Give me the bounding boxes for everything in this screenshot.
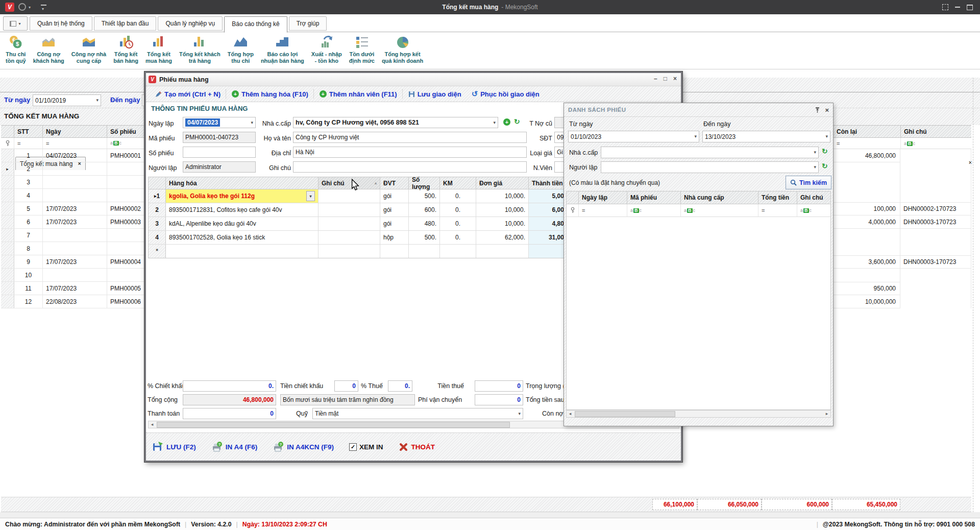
- table-row[interactable]: 8: [1, 242, 144, 255]
- table-row[interactable]: ▸2: [1, 162, 144, 176]
- tab-thiet-lap-ban-dau[interactable]: Thiết lập ban đầu: [94, 16, 157, 31]
- cell-dropdown-icon[interactable]: ▾: [306, 191, 315, 201]
- panel-nguoi-lap-combo[interactable]: ▾: [601, 161, 819, 173]
- tab-bao-cao-thong-ke[interactable]: Báo cáo thống kê: [224, 16, 287, 33]
- table-row[interactable]: 517/07/2023PMH00002: [1, 202, 144, 215]
- tab-tro-giup[interactable]: Trợ giúp: [289, 16, 327, 31]
- ghi-chu-cell[interactable]: DHN00003-170723: [900, 255, 971, 269]
- table-row[interactable]: 104/07/2023PMH00001: [1, 149, 144, 162]
- chevron-down-icon[interactable]: ▾: [812, 150, 816, 155]
- col-ngay-lap[interactable]: Ngày lập: [579, 191, 627, 204]
- dialog-maximize-icon[interactable]: □: [664, 75, 667, 82]
- table-row[interactable]: 617/07/2023PMH00003: [1, 215, 144, 229]
- col-ma-phieu[interactable]: Mã phiếu: [627, 191, 681, 204]
- checkbox-checked-icon[interactable]: ✓: [349, 443, 357, 451]
- print-a4-button[interactable]: ? IN A4 (F6): [211, 441, 258, 452]
- table-row[interactable]: 1222/08/2023PMH00006: [1, 295, 144, 308]
- filter-cell[interactable]: =: [579, 204, 627, 216]
- from-date-input[interactable]: 01/10/2019 ▾: [33, 94, 101, 106]
- application-menu-button[interactable]: ▾: [3, 16, 28, 31]
- chevron-down-icon[interactable]: ▾: [517, 412, 521, 416]
- table-row[interactable]: 1117/07/2023PMH00005: [1, 282, 144, 295]
- scroll-thumb[interactable]: [575, 411, 675, 417]
- panel-grid-body[interactable]: [567, 217, 830, 409]
- ngay-filter-cell[interactable]: =: [43, 138, 107, 149]
- dialog-close-icon[interactable]: ×: [673, 75, 677, 82]
- col-ngay[interactable]: Ngày: [43, 126, 107, 137]
- ribbon-tong-hop-ket-qua-kinh-doanh[interactable]: Tổng hợp kết quả kinh doanh: [378, 32, 427, 67]
- ribbon-tong-ket-khach-tra-hang[interactable]: Tổng kết khách trả hàng: [176, 32, 224, 67]
- ribbon-cong-no-khach-hang[interactable]: Công nợ khách hàng: [30, 32, 68, 67]
- ribbon-xuat-nhap-ton-kho[interactable]: Xuất - nhập - tồn kho: [308, 32, 346, 67]
- ghi-chu-input[interactable]: [293, 161, 527, 173]
- ribbon-tong-ket-ban-hang[interactable]: Tổng kết bán hàng: [110, 32, 142, 67]
- chevron-down-icon[interactable]: ▾: [812, 165, 816, 170]
- filter-cell[interactable]: aBc: [797, 204, 830, 216]
- panel-from-input[interactable]: 01/10/2023▾: [568, 131, 699, 142]
- ribbon-thu-chi-ton-quy[interactable]: €$ Thu chi tồn quỹ: [2, 32, 30, 67]
- maximize-button[interactable]: [964, 3, 976, 12]
- filter-cell[interactable]: =: [758, 204, 797, 216]
- tien-thue-input[interactable]: 0: [475, 380, 523, 392]
- chevron-down-icon[interactable]: ▾: [492, 121, 496, 125]
- exit-button[interactable]: THOÁT: [399, 442, 435, 452]
- ribbon-ton-duoi-dinh-muc[interactable]: Tồn dưới định mức: [346, 32, 378, 67]
- add-supplier-icon[interactable]: +: [503, 118, 510, 126]
- col-ghi-chu[interactable]: Ghi chú▴: [318, 177, 380, 189]
- con-lai-cell[interactable]: 4,000,000: [833, 215, 900, 229]
- table-row[interactable]: 3: [1, 176, 144, 189]
- con-lai-cell[interactable]: 100,000: [833, 202, 900, 215]
- minimize-button[interactable]: [951, 3, 964, 12]
- nha-cc-combo[interactable]: hv, Công ty CP Hương việt, 0956 898 521 …: [293, 117, 498, 128]
- table-row[interactable]: 10: [1, 269, 144, 282]
- chevron-down-icon[interactable]: ▾: [824, 134, 828, 139]
- col-dvt[interactable]: ĐVT: [380, 177, 409, 189]
- table-row[interactable]: 7: [1, 229, 144, 242]
- dialog-minimize-icon[interactable]: –: [654, 75, 657, 82]
- scroll-left-icon[interactable]: ◂: [149, 422, 156, 427]
- scroll-right-icon[interactable]: ▸: [823, 412, 830, 416]
- save-layout-button[interactable]: Lưu giao diện: [403, 90, 467, 98]
- restore-layout-button[interactable]: ↺ Phục hồi giao diện: [467, 89, 545, 99]
- preview-checkbox-group[interactable]: ✓ XEM IN: [349, 443, 383, 451]
- ghi-chu-cell[interactable]: DHN00002-170723: [900, 202, 971, 215]
- save-button[interactable]: LƯU (F2): [152, 441, 196, 452]
- pin-icon[interactable]: [815, 107, 820, 113]
- col-km[interactable]: KM: [440, 177, 476, 189]
- chiet-khau-input[interactable]: 0.: [183, 380, 276, 392]
- con-lai-cell[interactable]: 10,000,000: [833, 295, 900, 308]
- refresh-icon[interactable]: ↻: [822, 162, 828, 170]
- search-button[interactable]: Tìm kiếm: [786, 176, 831, 189]
- con-lai-cell[interactable]: 950,000: [833, 282, 900, 295]
- filter-cell[interactable]: aBc: [627, 204, 681, 216]
- scroll-left-icon[interactable]: ◂: [567, 412, 574, 416]
- ribbon-tong-ket-mua-hang[interactable]: Tổng kết mua hàng: [142, 32, 176, 67]
- col-ghi-chu[interactable]: Ghi chú: [901, 126, 971, 137]
- quy-combo[interactable]: Tiền mặt▾: [312, 408, 523, 419]
- new-button[interactable]: Tạo mới (Ctrl + N): [150, 90, 226, 98]
- col-stt[interactable]: STT: [14, 126, 43, 137]
- ribbon-tong-hop-thu-chi[interactable]: Tổng hợp thu chi: [224, 32, 257, 67]
- con-lai-cell[interactable]: 3,600,000: [833, 255, 900, 269]
- panel-ncc-combo[interactable]: ▾: [601, 147, 819, 158]
- con-lai-filter-cell[interactable]: =: [834, 138, 901, 149]
- col-tong-tien[interactable]: Tổng tiền: [758, 191, 797, 204]
- ribbon-bao-cao-loi-nhuan[interactable]: Báo cáo lợi nhuận bán hàng: [257, 32, 308, 67]
- col-con-lai[interactable]: Còn lại: [834, 126, 901, 137]
- tab-quan-tri-he-thong[interactable]: Quản trị hệ thống: [30, 16, 92, 31]
- fullscreen-button[interactable]: [939, 3, 951, 12]
- tab-quan-ly-nghiep-vu[interactable]: Quản lý nghiệp vụ: [158, 16, 223, 31]
- thue-input[interactable]: 0.: [388, 380, 412, 392]
- chevron-down-icon[interactable]: ▾: [94, 98, 99, 103]
- dia-chi-input[interactable]: Hà Nội: [293, 147, 527, 158]
- ho-ten-input[interactable]: Công ty CP Hương việt: [293, 132, 527, 143]
- col-nha-cung-cap[interactable]: Nhà cung cấp: [681, 191, 758, 204]
- add-staff-button[interactable]: + Thêm nhân viên (F11): [314, 90, 402, 98]
- phi-van-chuyen-input[interactable]: 0: [475, 394, 523, 405]
- ghi-chu-filter-cell[interactable]: aBc: [901, 138, 971, 149]
- scroll-thumb[interactable]: [157, 422, 510, 428]
- tien-chiet-khau-input[interactable]: 0: [334, 380, 358, 392]
- stt-filter-cell[interactable]: =: [14, 138, 43, 149]
- ghi-chu-cell[interactable]: DHN00003-170723: [900, 215, 971, 229]
- con-lai-cell[interactable]: 46,800,000: [833, 149, 900, 162]
